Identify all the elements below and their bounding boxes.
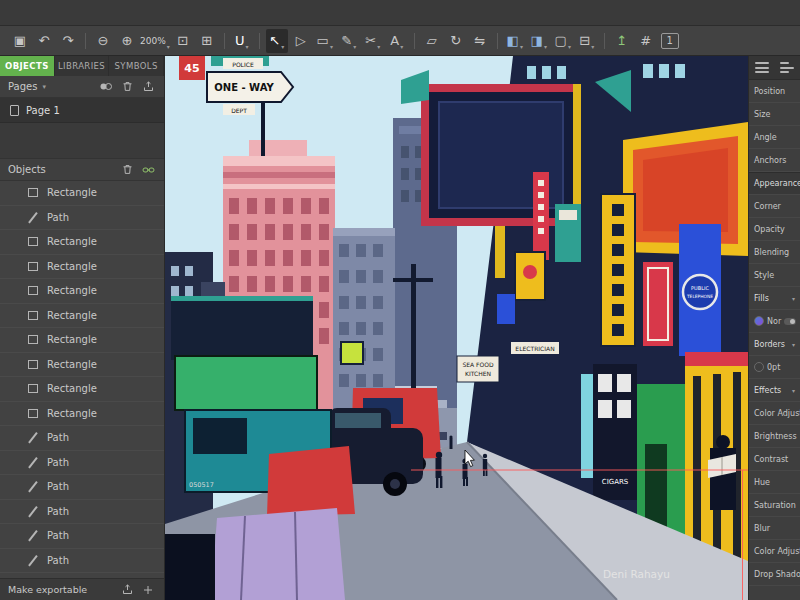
property-row[interactable]: Corner — [749, 195, 800, 218]
caret-icon: ▾ — [520, 43, 523, 53]
property-label: Saturation — [754, 501, 796, 510]
property-row[interactable]: Borders — [749, 333, 800, 356]
plus-icon[interactable] — [140, 582, 156, 598]
property-row[interactable]: Blending — [749, 241, 800, 264]
property-row[interactable]: Style — [749, 264, 800, 287]
toolbar-item[interactable]: ▾ — [497, 33, 498, 49]
canvas-artwork[interactable]: PUBLIC TELEPHONE ELECTRICIAN SEA FOOD KI… — [165, 56, 748, 600]
tab-symbols[interactable]: SYMBOLS — [109, 56, 164, 76]
property-row[interactable]: Blur — [749, 517, 800, 540]
shape-tool[interactable]: ▭ ▾ — [314, 29, 336, 53]
object-row[interactable]: Path — [0, 475, 164, 500]
toolbar-item[interactable]: ▾ — [414, 33, 415, 49]
object-row[interactable]: Path — [0, 451, 164, 476]
union-tool[interactable]: ◧ ▾ — [504, 29, 526, 53]
link-icon[interactable] — [140, 162, 156, 178]
property-row[interactable]: Contrast — [749, 448, 800, 471]
property-row[interactable]: Angle — [749, 126, 800, 149]
subtract-tool[interactable]: ◨ ▾ — [528, 29, 550, 53]
object-row[interactable]: Rectangle — [0, 328, 164, 353]
add-page-icon[interactable] — [140, 79, 156, 95]
fit-canvas-button[interactable]: ⊡ ▾ — [172, 29, 194, 53]
toolbar-item[interactable]: ▾ — [85, 33, 86, 49]
export-button[interactable]: ↥ ▾ — [611, 29, 633, 53]
artboard-count[interactable]: 1 ▾ — [661, 33, 679, 49]
object-label: Rectangle — [47, 310, 97, 321]
trash-icon[interactable] — [119, 162, 135, 178]
property-row[interactable]: Saturation — [749, 494, 800, 517]
property-row[interactable]: Size — [749, 103, 800, 126]
object-row[interactable]: Path — [0, 500, 164, 525]
page-item[interactable]: Page 1 — [0, 98, 164, 123]
object-row[interactable]: Rectangle — [0, 304, 164, 329]
layers-icon[interactable] — [755, 62, 769, 73]
toggle-switch[interactable] — [784, 318, 796, 325]
transform-tool[interactable]: ▱ ▾ — [421, 29, 443, 53]
zoom-level[interactable]: 200% ▾ — [140, 29, 170, 53]
property-row[interactable]: Opacity — [749, 218, 800, 241]
make-exportable-label[interactable]: Make exportable — [8, 584, 87, 595]
caret-icon: ▾ — [330, 43, 333, 53]
toolbar-item[interactable]: ▾ — [224, 33, 225, 49]
object-row[interactable]: Path — [0, 549, 164, 574]
object-row[interactable]: Rectangle — [0, 279, 164, 304]
zoom-in-button[interactable]: ⊕ ▾ — [116, 29, 138, 53]
snapping-magnet-button[interactable]: U ▾ — [231, 29, 253, 53]
export-icon[interactable] — [119, 582, 135, 598]
tab-libraries[interactable]: LIBRARIES — [55, 56, 110, 76]
align-tool[interactable]: ⊟ ▾ — [576, 29, 598, 53]
property-row[interactable]: Color Adjust — [749, 540, 800, 563]
subselect-tool[interactable]: ▷ ▾ — [290, 29, 312, 53]
zoom-out-button[interactable]: ⊖ ▾ — [92, 29, 114, 53]
object-type-icon — [28, 458, 38, 467]
grid-toggle[interactable]: # ▾ — [635, 29, 657, 53]
mirror-tool[interactable]: ⇋ ▾ — [469, 29, 491, 53]
chevron-down-icon[interactable]: ▾ — [42, 83, 46, 91]
pen-tool[interactable]: ✎ ▾ — [338, 29, 360, 53]
tool-icon: ✎ — [341, 33, 352, 48]
tab-objects[interactable]: OBJECTS — [0, 56, 55, 76]
save-button[interactable]: ▣ ▾ — [9, 29, 31, 53]
text-tool[interactable]: A ▾ — [386, 29, 408, 53]
object-label: Rectangle — [47, 187, 97, 198]
properties-icon[interactable] — [780, 62, 794, 73]
property-row[interactable]: Drop Shadow — [749, 563, 800, 586]
tool-icon: A — [390, 33, 399, 48]
object-row[interactable]: Rectangle — [0, 230, 164, 255]
object-label: Path — [47, 530, 69, 541]
knife-tool[interactable]: ✂ ▾ — [362, 29, 384, 53]
group-tool[interactable]: ▢ ▾ — [552, 29, 574, 53]
visibility-toggle-icon[interactable] — [98, 79, 114, 95]
property-row[interactable]: Brightness — [749, 425, 800, 448]
fullscreen-button[interactable]: ⊞ ▾ — [196, 29, 218, 53]
right-sidebar: Position Size Angle — [748, 56, 800, 600]
toolbar-item[interactable]: ▾ — [604, 33, 605, 49]
property-row[interactable]: Position — [749, 80, 800, 103]
toolbar-item[interactable]: ▾ — [259, 33, 260, 49]
object-row[interactable]: Rectangle — [0, 353, 164, 378]
trash-icon[interactable] — [119, 79, 135, 95]
object-type-icon — [28, 384, 38, 393]
object-row[interactable]: Path — [0, 206, 164, 231]
property-row[interactable]: Nor — [749, 310, 800, 333]
tool-icon: ↖ — [269, 33, 280, 48]
object-row[interactable]: Rectangle — [0, 402, 164, 427]
property-row[interactable]: Hue — [749, 471, 800, 494]
canvas[interactable]: PUBLIC TELEPHONE ELECTRICIAN SEA FOOD KI… — [165, 56, 748, 600]
property-row[interactable]: Color Adjust — [749, 402, 800, 425]
property-row[interactable]: 0pt — [749, 356, 800, 379]
property-row[interactable]: Effects — [749, 379, 800, 402]
redo-button[interactable]: ↷ ▾ — [57, 29, 79, 53]
property-row[interactable]: Anchors — [749, 149, 800, 172]
pointer-tool[interactable]: ↖ ▾ — [266, 29, 288, 53]
property-row[interactable]: Fills — [749, 287, 800, 310]
undo-button[interactable]: ↶ ▾ — [33, 29, 55, 53]
object-label: Rectangle — [47, 408, 97, 419]
object-row[interactable]: Rectangle — [0, 255, 164, 280]
property-row[interactable]: Appearance — [749, 172, 800, 195]
rotate-tool[interactable]: ↻ ▾ — [445, 29, 467, 53]
object-row[interactable]: Rectangle — [0, 377, 164, 402]
object-row[interactable]: Rectangle — [0, 181, 164, 206]
object-row[interactable]: Path — [0, 524, 164, 549]
object-row[interactable]: Path — [0, 426, 164, 451]
